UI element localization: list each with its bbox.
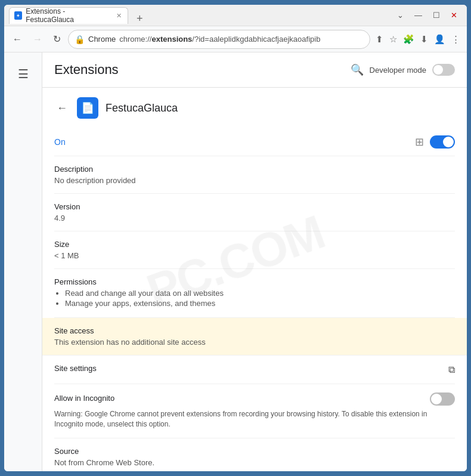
share-button[interactable]: ⬆	[374, 32, 385, 47]
incognito-top: Allow in Incognito	[54, 392, 455, 406]
size-row: Size < 1 MB	[54, 231, 455, 269]
tab-close-button[interactable]: ✕	[116, 12, 122, 20]
lock-icon: 🔒	[75, 35, 85, 44]
grid-icon[interactable]: ⊞	[415, 135, 424, 149]
extensions-header: Extensions 🔍 Developer mode	[42, 52, 467, 88]
search-button[interactable]: 🔍	[351, 63, 364, 76]
incognito-warning: Warning: Google Chrome cannot prevent ex…	[54, 409, 455, 429]
url-bold: extensions	[151, 35, 192, 44]
developer-mode-toggle[interactable]	[432, 64, 455, 76]
minimize-button[interactable]: —	[410, 8, 427, 22]
back-to-extensions-button[interactable]: ←	[54, 100, 70, 117]
tab-area: Extensions - FestucaGlauca ✕ +	[9, 7, 388, 24]
extension-detail: ← FestucaGlauca On ⊞ Descrip	[42, 88, 467, 471]
new-tab-button[interactable]: +	[133, 13, 147, 24]
permissions-value: Read and change all your data on all web…	[54, 289, 455, 308]
window-controls: ⌄ — ☐ ✕	[392, 8, 462, 22]
close-button[interactable]: ✕	[446, 8, 462, 22]
developer-mode-label: Developer mode	[370, 66, 426, 75]
download-button[interactable]: ⬇	[419, 32, 430, 47]
extension-name: FestucaGlauca	[106, 102, 178, 115]
back-navigation: ← FestucaGlauca	[54, 97, 455, 119]
source-row: Source Not from Chrome Web Store.	[54, 438, 455, 471]
description-value: No description provided	[54, 176, 455, 185]
permissions-label: Permissions	[54, 277, 455, 286]
extensions-layout: ☰ Extensions 🔍 Developer mode	[4, 52, 467, 471]
status-row: On ⊞	[54, 128, 455, 156]
incognito-label: Allow in Incognito	[54, 394, 114, 403]
maximize-button[interactable]: ☐	[428, 8, 445, 22]
reload-button[interactable]: ↻	[49, 31, 64, 47]
address-actions: ⬆ ☆ 🧩 ⬇ 👤 ⋮	[374, 32, 462, 47]
extensions-page-title: Extensions	[54, 62, 119, 78]
titlebar: Extensions - FestucaGlauca ✕ + ⌄ — ☐ ✕	[4, 5, 467, 26]
permissions-row: Permissions Read and change all your dat…	[54, 269, 455, 318]
version-label: Version	[54, 202, 455, 211]
status-controls: ⊞	[415, 135, 455, 149]
version-value: 4.9	[54, 214, 455, 222]
permissions-list: Read and change all your data on all web…	[54, 289, 455, 308]
tab-favicon	[14, 11, 22, 20]
extension-enabled-toggle[interactable]	[430, 135, 455, 149]
active-tab[interactable]: Extensions - FestucaGlauca ✕	[9, 7, 128, 24]
source-label: Source	[54, 447, 455, 456]
tab-title: Extensions - FestucaGlauca	[26, 7, 110, 24]
bookmark-button[interactable]: ☆	[388, 32, 399, 47]
permission-item: Read and change all your data on all web…	[65, 289, 455, 298]
chrome-menu-button[interactable]: ⋮	[450, 32, 462, 47]
status-label: On	[54, 137, 66, 147]
browser-window: Extensions - FestucaGlauca ✕ + ⌄ — ☐ ✕ ←…	[3, 4, 468, 472]
source-value: Not from Chrome Web Store.	[54, 458, 455, 467]
sidebar: ☰	[4, 52, 42, 471]
page-wrapper: ☰ Extensions 🔍 Developer mode	[4, 52, 467, 471]
profile-button[interactable]: 👤	[432, 32, 447, 47]
extension-icon	[77, 97, 98, 119]
description-row: Description No description provided	[54, 156, 455, 194]
site-access-value: This extension has no additional site ac…	[54, 338, 455, 347]
description-label: Description	[54, 165, 455, 174]
extensions-menu-button[interactable]: 🧩	[401, 32, 416, 47]
chrome-label: Chrome	[88, 35, 116, 44]
address-bar[interactable]: 🔒 Chrome chrome://extensions/?id=aalepli…	[68, 30, 370, 49]
size-label: Size	[54, 240, 455, 249]
size-value: < 1 MB	[54, 251, 455, 260]
navigation-bar: ← → ↻ 🔒 Chrome chrome://extensions/?id=a…	[4, 26, 467, 52]
address-url: chrome://extensions/?id=aaleplidkgdabhic…	[119, 35, 364, 44]
extensions-main: Extensions 🔍 Developer mode ← FestucaGla…	[42, 52, 467, 471]
external-link-icon: ⧉	[448, 364, 455, 375]
site-access-row: Site access This extension has no additi…	[42, 318, 467, 356]
sidebar-menu-button[interactable]: ☰	[13, 62, 33, 86]
forward-button[interactable]: →	[29, 32, 46, 47]
incognito-toggle[interactable]	[430, 392, 455, 406]
site-access-label: Site access	[54, 326, 455, 335]
back-button[interactable]: ←	[9, 32, 26, 47]
site-settings-label: Site settings	[54, 364, 97, 373]
permission-item: Manage your apps, extensions, and themes	[65, 299, 455, 308]
chevron-down-button[interactable]: ⌄	[392, 8, 408, 22]
site-settings-row[interactable]: Site settings ⧉	[54, 356, 455, 384]
version-row: Version 4.9	[54, 194, 455, 231]
header-right: 🔍 Developer mode	[351, 63, 455, 76]
incognito-row: Allow in Incognito Warning: Google Chrom…	[54, 384, 455, 438]
